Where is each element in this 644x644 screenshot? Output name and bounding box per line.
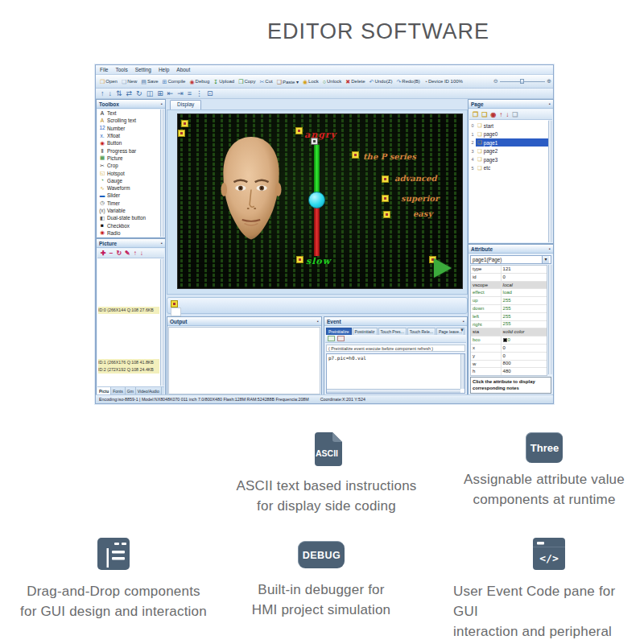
attribute-row[interactable]: effect load <box>471 289 547 297</box>
align-icon[interactable]: ↻ <box>136 90 142 97</box>
toolbar-button[interactable]: ✖ Delete <box>344 78 366 85</box>
attribute-row[interactable]: x 0 <box>471 345 547 353</box>
toolbox-item[interactable]: ✂ Crop <box>97 162 160 169</box>
page-tool-icon[interactable]: ❐ <box>473 111 478 118</box>
page-tool-icon[interactable]: ❏ <box>481 111 487 118</box>
toolbox-scrollbar[interactable] <box>160 109 164 237</box>
menu-item[interactable]: Help <box>159 67 169 72</box>
attribute-row[interactable]: sta solid color <box>471 328 547 336</box>
toolbar-button[interactable]: ◔ Device ID 100% <box>423 78 464 85</box>
toolbar-button[interactable]: ◉ Debug <box>188 78 211 85</box>
menu-item[interactable]: Tools <box>115 67 127 72</box>
page-list-item[interactable]: 0 ❏start <box>469 122 548 130</box>
resource-tab[interactable]: Fonts <box>111 387 126 394</box>
component-tag[interactable] <box>171 300 178 308</box>
picture-scrollbar[interactable] <box>160 259 164 386</box>
page-tool-icon[interactable]: ↓ <box>506 111 509 118</box>
align-icon[interactable]: ◫ <box>147 90 154 97</box>
attribute-row[interactable]: bco 0 <box>471 336 547 345</box>
toolbar-button[interactable]: ◉ Lock <box>301 78 320 85</box>
toolbox-item[interactable]: ▬ Slider <box>97 192 160 199</box>
device-zoom-slider[interactable]: ⊖ ⊕ <box>493 75 551 88</box>
toolbox-item[interactable]: ◧ Dual-state button <box>97 214 160 221</box>
page-list-item[interactable]: 2 ❏page1 <box>469 138 548 147</box>
attribute-row[interactable]: left 255 <box>471 313 547 321</box>
toolbar-button[interactable]: ❑ Paste ▾ <box>275 78 300 85</box>
align-icon[interactable]: ↑ <box>101 90 105 97</box>
toolbox-item[interactable]: A Text <box>97 109 160 117</box>
picture-tool-icon[interactable]: ↻ <box>116 250 122 257</box>
pin-icon[interactable]: ▪ <box>549 101 551 106</box>
picture-item[interactable]: ID:0 (266X144 Q:108 27.6KB <box>98 307 159 314</box>
component-tag[interactable] <box>382 195 389 202</box>
toolbox-item[interactable]: ◱ Hotspot <box>97 169 160 176</box>
component-tag[interactable] <box>352 151 359 159</box>
event-code-editor[interactable]: p7.pic=h0.val <box>326 353 465 394</box>
resource-tab[interactable]: Gm <box>126 387 136 394</box>
component-tag[interactable] <box>382 175 389 183</box>
picture-item[interactable]: ID:1 (266X176 Q:108 41.8KB <box>98 359 159 366</box>
attribute-row[interactable]: type 121 <box>471 266 547 274</box>
code-vscrollbar[interactable] <box>460 354 464 389</box>
event-tool-icon[interactable] <box>337 336 345 341</box>
tab-display[interactable]: Display <box>170 100 201 109</box>
toolbar-button[interactable]: ↶ Undo(Z) <box>368 78 394 85</box>
event-tab[interactable]: Preinitialize <box>326 328 352 335</box>
component-tag[interactable] <box>181 120 188 127</box>
toolbox-item[interactable]: ∿ Waveform <box>97 184 160 192</box>
picture-tool-icon[interactable]: ↑ <box>134 250 137 257</box>
toolbar-button[interactable]: ❐ Open <box>98 78 119 85</box>
page-list-item[interactable]: 5 ❏etc <box>469 164 548 173</box>
align-icon[interactable]: ⋮ <box>196 90 203 97</box>
attribute-row[interactable]: up 255 <box>471 297 547 305</box>
resource-tab[interactable]: Video/Audio <box>136 387 162 394</box>
output-log[interactable] <box>168 327 320 394</box>
event-tool-icon[interactable] <box>328 336 335 341</box>
event-tab[interactable]: Touch Rele... <box>407 328 436 335</box>
attribute-row[interactable]: down 255 <box>471 305 547 313</box>
pin-icon[interactable]: ▪ <box>317 319 319 324</box>
slider-knob[interactable] <box>308 192 325 208</box>
zoom-slider-thumb[interactable] <box>520 79 524 84</box>
resource-tab[interactable]: Pictu <box>97 387 111 394</box>
menu-item[interactable]: Setting <box>135 67 151 72</box>
toolbox-item[interactable]: ▦ Picture <box>97 155 160 162</box>
align-icon[interactable]: ↓ <box>109 90 113 97</box>
zoom-out-icon[interactable]: ⊖ <box>493 78 498 85</box>
toolbox-item[interactable]: ◔ Gauge <box>97 177 160 184</box>
page-tool-icon[interactable]: ↑ <box>499 111 502 118</box>
toolbar-button[interactable]: ↧ Upload <box>212 78 236 85</box>
slider-checkbox[interactable] <box>311 138 318 145</box>
attribute-row[interactable]: h 480 <box>471 368 547 376</box>
toolbar-button[interactable]: ✂ Cut <box>258 78 274 85</box>
align-icon[interactable]: ⇄ <box>126 90 133 97</box>
toolbar-button[interactable]: ▤ Save <box>139 78 159 85</box>
picture-tool-icon[interactable]: − <box>109 250 114 257</box>
toolbox-item[interactable]: ◉ Button <box>97 139 160 147</box>
event-tab[interactable]: Touch Pres... <box>378 328 407 335</box>
picture-tool-icon[interactable]: ✚ <box>101 250 106 257</box>
component-tag[interactable] <box>383 211 390 218</box>
toolbar-button[interactable]: ↷ Redo(B) <box>394 78 421 85</box>
code-hscrollbar[interactable] <box>327 389 460 393</box>
play-button-icon[interactable] <box>434 258 452 278</box>
attribute-row[interactable]: w 800 <box>471 361 547 369</box>
attribute-row[interactable]: vscope local <box>471 282 547 290</box>
pin-icon[interactable]: ▪ <box>161 241 163 246</box>
slider-track-lower[interactable] <box>314 201 320 256</box>
chevron-down-icon[interactable]: ▾ <box>542 256 549 263</box>
toolbar-button[interactable]: ❒ Copy <box>237 78 257 85</box>
toolbar-button[interactable]: ❏ New <box>120 78 138 85</box>
toolbox-item[interactable]: (x) Variable <box>97 207 160 214</box>
toolbox-item[interactable]: ▮ Progress bar <box>97 147 160 154</box>
component-tag[interactable] <box>295 127 303 134</box>
align-icon[interactable]: ⇤ <box>167 90 174 97</box>
tabs-overflow-icon[interactable]: ▼ <box>460 328 464 332</box>
menu-item[interactable]: File <box>100 67 108 72</box>
design-canvas[interactable]: angry slow the P series advanced superio… <box>177 114 463 289</box>
page-list-item[interactable]: 1 ❏page0 <box>469 130 548 139</box>
page-list-item[interactable]: 3 ❏page2 <box>469 147 548 156</box>
toolbox-item[interactable]: ■ Checkbox <box>97 221 160 229</box>
attribute-row[interactable]: right 255 <box>471 321 547 329</box>
picture-item[interactable]: ID:2 (272X192 Q:108 24.4KB <box>98 366 159 374</box>
